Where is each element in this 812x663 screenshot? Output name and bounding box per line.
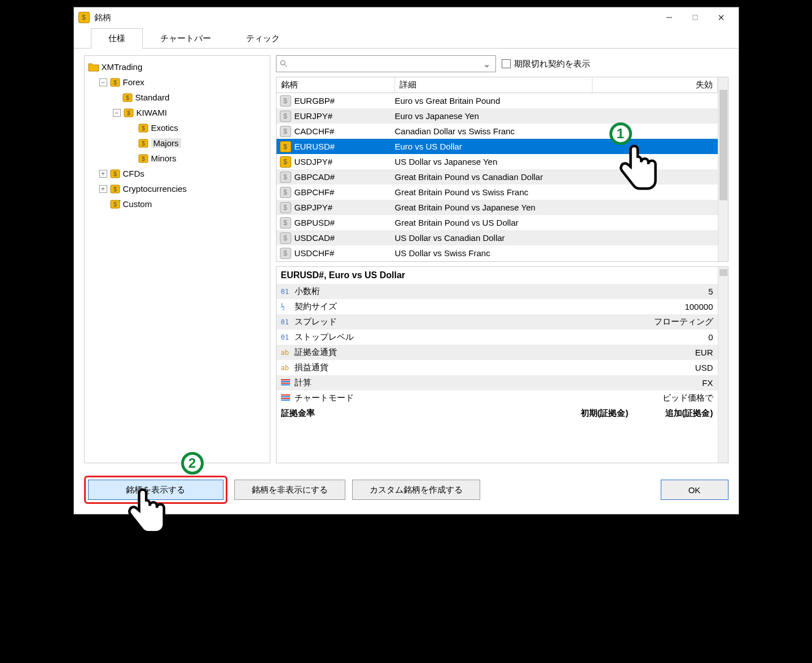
tree-node-majors[interactable]: $ Majors: [88, 135, 266, 151]
tree-label: CFDs: [123, 169, 144, 178]
symbol-detail: Euro vs Japanese Yen: [395, 111, 592, 121]
symbol-name: EURGBP#: [295, 96, 335, 106]
minimize-button[interactable]: [656, 8, 682, 27]
grid-header: 銘柄 詳細 失効: [276, 77, 718, 93]
symbol-detail: Great Britain Pound vs Japanese Yen: [395, 203, 592, 212]
collapse-icon[interactable]: −: [113, 109, 121, 117]
grid-scrollbar[interactable]: [718, 77, 728, 261]
symbol-name: GBPUSD#: [295, 218, 335, 227]
svg-text:+: +: [118, 199, 121, 204]
chevron-down-icon[interactable]: ⌄: [482, 59, 492, 69]
detail-scrollbar[interactable]: [718, 267, 728, 463]
symbol-row[interactable]: $GBPCHF#Great Britain Pound vs Swiss Fra…: [276, 185, 718, 200]
tree-label: KIWAMI: [137, 108, 167, 117]
detail-row: ab損益通貨USD: [276, 360, 718, 375]
symbol-row[interactable]: $CADCHF#Canadian Dollar vs Swiss Franc: [276, 124, 718, 139]
app-icon: $: [78, 12, 90, 23]
symbol-row[interactable]: $USDCAD#US Dollar vs Canadian Dollar: [276, 230, 718, 245]
property-name: 小数桁: [295, 286, 709, 297]
type-icon: 01: [281, 333, 295, 341]
col-symbol[interactable]: 銘柄: [276, 77, 395, 93]
hide-symbol-button[interactable]: 銘柄を非表示にする: [234, 480, 345, 500]
currency-icon: $: [280, 156, 291, 168]
tree-node-crypto[interactable]: + $ Cryptocurrencies: [88, 181, 266, 196]
svg-rect-1: [693, 15, 697, 20]
svg-line-24: [284, 65, 287, 67]
type-icon: ab: [281, 364, 295, 372]
detail-row: チャートモードビッド価格で: [276, 390, 718, 406]
symbol-row[interactable]: $GBPJPY#Great Britain Pound vs Japanese …: [276, 200, 718, 215]
tree-node-kiwami[interactable]: − $ KIWAMI: [88, 105, 266, 120]
property-value: USD: [695, 363, 713, 372]
tree-label: Forex: [123, 77, 144, 87]
detail-row: 計算FX: [276, 375, 718, 390]
svg-text:$: $: [113, 201, 116, 208]
symbol-detail: Euro vs Great Britain Pound: [395, 96, 592, 106]
tab-chartbar[interactable]: チャートバー: [143, 28, 229, 49]
margin-rate-header: 証拠金率 初期(証拠金) 追加(証拠金): [276, 406, 718, 421]
property-value: FX: [702, 378, 713, 388]
symbol-row[interactable]: $EURGBP#Euro vs Great Britain Pound: [276, 93, 718, 108]
ok-button[interactable]: OK: [661, 480, 728, 500]
symbol-row[interactable]: $USDJPY#US Dollar vs Japanese Yen: [276, 154, 718, 169]
property-name: 損益通貨: [295, 362, 695, 373]
svg-text:$: $: [125, 94, 129, 101]
symbol-detail: Canadian Dollar vs Swiss Franc: [395, 126, 592, 136]
property-name: チャートモード: [295, 393, 662, 403]
tab-tick[interactable]: ティック: [229, 28, 297, 49]
show-symbol-button[interactable]: 銘柄を表示する: [88, 480, 223, 500]
svg-text:$: $: [141, 125, 144, 131]
maximize-button[interactable]: [682, 8, 708, 27]
symbol-row[interactable]: $GBPCAD#Great Britain Pound vs Canadian …: [276, 169, 718, 185]
detail-row: 01小数桁5: [276, 284, 718, 299]
symbol-detail: Euro vs US Dollar: [395, 142, 592, 151]
create-custom-button[interactable]: カスタム銘柄を作成する: [352, 480, 480, 500]
col-expiry[interactable]: 失効: [592, 77, 718, 93]
symbol-name: USDCAD#: [295, 233, 335, 243]
currency-icon: $: [280, 141, 291, 152]
svg-text:$: $: [113, 170, 116, 177]
list-icon: [281, 394, 290, 401]
symbol-detail: US Dollar vs Swiss Franc: [395, 248, 592, 258]
symbol-tree[interactable]: XMTrading − $ Forex $ Standard − $ KIWAM…: [84, 55, 270, 463]
svg-text:$: $: [141, 140, 144, 147]
tree-node-cfds[interactable]: + $ CFDs: [88, 166, 266, 181]
tree-label: Standard: [135, 93, 170, 102]
currency-icon: $: [280, 232, 291, 244]
show-symbol-highlight: 銘柄を表示する: [84, 476, 227, 504]
search-input[interactable]: ⌄: [276, 55, 496, 72]
tree-node-exotics[interactable]: $ Exotics: [88, 120, 266, 135]
col-detail[interactable]: 詳細: [395, 77, 592, 93]
symbol-row[interactable]: $GBPUSD#Great Britain Pound vs US Dollar: [276, 215, 718, 230]
property-value: 100000: [684, 302, 713, 311]
property-name: スプレッド: [295, 317, 654, 327]
tab-bar: 仕様 チャートバー ティック: [74, 28, 739, 49]
window-title: 銘柄: [94, 12, 111, 23]
detail-row: 01スプレッドフローティング: [276, 314, 718, 330]
tab-spec[interactable]: 仕様: [91, 28, 143, 49]
tree-node-xmtrading[interactable]: XMTrading: [88, 59, 266, 74]
symbol-name: GBPCHF#: [295, 187, 335, 197]
svg-text:$: $: [113, 186, 116, 192]
svg-text:$: $: [113, 79, 116, 86]
checkbox-icon: [502, 59, 511, 68]
symbol-row[interactable]: $USDCHF#US Dollar vs Swiss Franc: [276, 245, 718, 261]
type-icon: ab: [281, 349, 295, 357]
expand-icon[interactable]: +: [99, 170, 107, 178]
tree-node-custom[interactable]: $+ Custom: [88, 196, 266, 212]
tree-label: Majors: [151, 138, 181, 148]
symbol-row[interactable]: $EURJPY#Euro vs Japanese Yen: [276, 108, 718, 124]
tree-node-forex[interactable]: − $ Forex: [88, 74, 266, 90]
symbol-name: EURUSD#: [295, 142, 335, 151]
property-name: ストップレベル: [295, 332, 709, 343]
collapse-icon[interactable]: −: [99, 78, 107, 86]
symbol-detail: Great Britain Pound vs Swiss Franc: [395, 187, 592, 197]
currency-icon: $: [280, 202, 291, 213]
close-button[interactable]: [708, 8, 734, 27]
symbol-row[interactable]: $EURUSD#Euro vs US Dollar: [276, 139, 718, 154]
symbol-detail: US Dollar vs Japanese Yen: [395, 157, 592, 166]
expand-icon[interactable]: +: [99, 185, 107, 193]
tree-node-standard[interactable]: $ Standard: [88, 90, 266, 105]
tree-node-minors[interactable]: $ Minors: [88, 151, 266, 166]
expired-checkbox[interactable]: 期限切れ契約を表示: [502, 59, 590, 69]
